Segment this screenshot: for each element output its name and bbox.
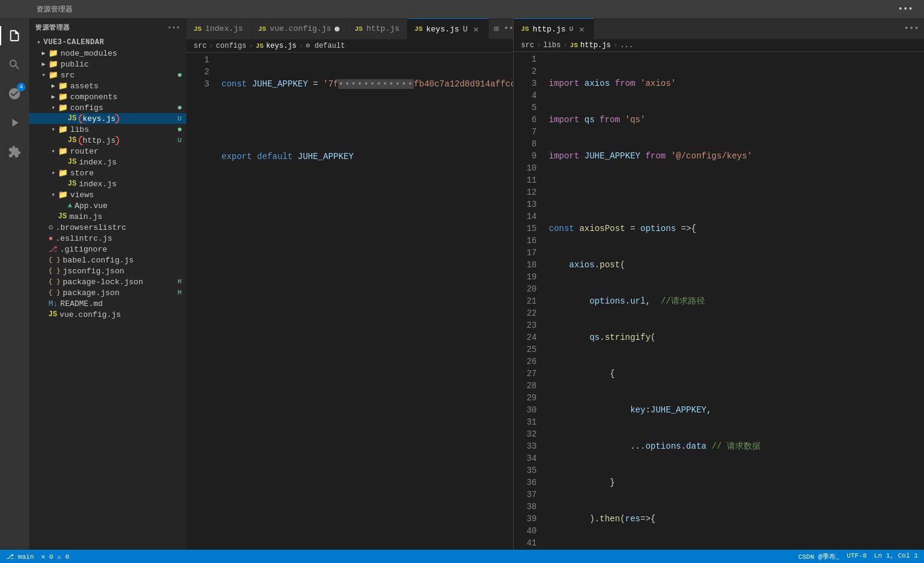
editor-split: JS index.js JS vue.config.js JS http.js … xyxy=(186,18,924,550)
vue-icon: ▲ xyxy=(68,201,72,210)
tree-public[interactable]: ▶ 📁 public xyxy=(29,59,186,70)
status-bar: ⎇ main ✕ 0 ⚠ 0 CSDN @季布_ UTF-8 Ln 1, Col… xyxy=(0,550,924,563)
tab-close-btn[interactable]: ✕ xyxy=(577,24,586,34)
errors-count[interactable]: ✕ 0 ⚠ 0 xyxy=(41,553,69,561)
tab-vue-config-js[interactable]: JS vue.config.js xyxy=(251,18,348,39)
main-layout: 4 资源管理器 ••• ▾ VUE3-CALENDAR ▶ 📁 node_mod… xyxy=(0,18,924,550)
sidebar-more-icon[interactable]: ••• xyxy=(168,24,180,31)
tree-jsconfig[interactable]: ▶ { } jsconfig.json xyxy=(29,265,186,276)
tree-main-js[interactable]: ▶ JS main.js xyxy=(29,211,186,222)
right-code-editor[interactable]: 1 2 3 4 5 6 7 8 9 10 11 12 13 14 xyxy=(514,52,924,550)
folder-icon: 📁 xyxy=(58,103,68,112)
line-col[interactable]: Ln 1, Col 1 xyxy=(874,552,918,561)
tree-eslintrc[interactable]: ▶ ● .eslintrc.js xyxy=(29,233,186,244)
tree-readme[interactable]: ▶ M↓ README.md xyxy=(29,298,186,309)
vue-config-label: vue.config.js xyxy=(59,310,186,319)
app-vue-label: App.vue xyxy=(74,201,186,210)
project-root[interactable]: ▾ VUE3-CALENDAR xyxy=(29,37,186,48)
js-bc-icon: JS xyxy=(570,42,578,49)
left-line-numbers: 1 2 3 xyxy=(186,53,217,550)
tab-dirty-dot xyxy=(335,27,339,31)
left-code-editor[interactable]: 1 2 3 const JUHE_APPKEY = '7f•••••••••••… xyxy=(186,53,513,550)
folder-icon: 📁 xyxy=(58,168,68,178)
editor-area: JS index.js JS vue.config.js JS http.js … xyxy=(186,18,924,550)
http-js-badge: U xyxy=(177,137,182,144)
tab-keys-js[interactable]: JS keys.js U ✕ xyxy=(407,18,489,39)
extensions-activity-icon[interactable] xyxy=(0,137,29,166)
folder-icon: 📁 xyxy=(48,59,58,69)
tab-modified: U xyxy=(463,25,468,34)
js-tab-icon: JS xyxy=(521,25,529,33)
keys-js-label: keys.js xyxy=(79,114,177,123)
tab-close-btn[interactable]: ✕ xyxy=(471,24,481,34)
source-control-activity-icon[interactable]: 4 xyxy=(0,79,29,108)
tree-package-lock[interactable]: ▶ { } package-lock.json M xyxy=(29,276,186,287)
modified-dot xyxy=(178,106,182,109)
md-icon: M↓ xyxy=(48,299,58,308)
tree-package-json[interactable]: ▶ { } package.json M xyxy=(29,287,186,298)
tree-libs[interactable]: ▾ 📁 libs xyxy=(29,124,186,135)
title-bar-more[interactable]: ••• xyxy=(893,4,918,14)
package-json-label: package.json xyxy=(63,288,178,298)
tree-keys-js[interactable]: ▶ JS keys.js U xyxy=(29,113,186,124)
right-tab-bar: JS http.js U ✕ ••• xyxy=(514,18,924,39)
more-icon[interactable]: ••• xyxy=(503,24,513,33)
tab-http-js-left[interactable]: JS http.js xyxy=(347,18,407,39)
bc-keysjs: keys.js xyxy=(266,42,297,50)
search-activity-icon[interactable] xyxy=(0,50,29,79)
assets-label: assets xyxy=(70,82,186,91)
right-code-content: import axios from 'axios' import qs from… xyxy=(544,52,924,550)
modified-dot xyxy=(178,73,182,77)
js-icon: JS xyxy=(68,114,76,123)
tree-router[interactable]: ▾ 📁 router xyxy=(29,146,186,157)
router-index-label: index.js xyxy=(79,158,186,167)
tab-modified-u: U xyxy=(569,25,574,33)
js-icon: JS xyxy=(58,212,67,221)
tree-browserslistrc[interactable]: ▶ ⚙ .browserslistrc xyxy=(29,222,186,233)
tree-assets[interactable]: ▶ 📁 assets xyxy=(29,80,186,91)
tree-babel[interactable]: ▶ { } babel.config.js xyxy=(29,255,186,265)
tab-label: keys.js xyxy=(426,25,459,34)
tree-store-index[interactable]: ▶ JS index.js xyxy=(29,178,186,189)
tree-router-index[interactable]: ▶ JS index.js xyxy=(29,157,186,168)
js-icon: JS xyxy=(48,310,57,319)
modified-dot xyxy=(178,128,182,131)
tree-components[interactable]: ▶ 📁 components xyxy=(29,91,186,102)
router-label: router xyxy=(70,147,186,156)
tab-http-js-right[interactable]: JS http.js U ✕ xyxy=(514,18,594,39)
tree-store[interactable]: ▾ 📁 store xyxy=(29,168,186,178)
debug-activity-icon[interactable] xyxy=(0,108,29,137)
tree-gitignore[interactable]: ▶ ⎇ .gitignore xyxy=(29,244,186,255)
tree-vue-config[interactable]: ▶ JS vue.config.js xyxy=(29,309,186,320)
js-tab-icon: JS xyxy=(194,25,202,33)
tree-src[interactable]: ▾ 📁 src xyxy=(29,70,186,80)
git-icon: ⎇ xyxy=(48,244,57,254)
js-tab-icon: JS xyxy=(355,25,362,33)
more-icon[interactable]: ••• xyxy=(904,24,919,33)
tree-node-modules[interactable]: ▶ 📁 node_modules xyxy=(29,48,186,59)
configs-label: configs xyxy=(70,103,178,112)
tree-configs[interactable]: ▾ 📁 configs xyxy=(29,102,186,113)
babel-icon: { } xyxy=(48,256,61,264)
title-bar-label: 资源管理器 xyxy=(36,4,73,15)
git-branch[interactable]: ⎇ main xyxy=(6,553,34,561)
files-activity-icon[interactable] xyxy=(0,21,29,50)
tree-views[interactable]: ▾ 📁 views xyxy=(29,189,186,200)
sidebar-title: 资源管理器 xyxy=(35,23,70,32)
tree-http-js[interactable]: ▶ JS http.js U xyxy=(29,135,186,146)
tree-app-vue[interactable]: ▶ ▲ App.vue xyxy=(29,200,186,211)
encoding[interactable]: UTF-8 xyxy=(847,552,867,561)
public-label: public xyxy=(61,60,186,69)
sidebar-header: 资源管理器 ••• xyxy=(29,18,186,37)
tab-index-js[interactable]: JS index.js xyxy=(186,18,251,39)
folder-icon: 📁 xyxy=(58,125,68,134)
folder-icon: 📁 xyxy=(58,92,68,102)
http-js-circled: http.js xyxy=(79,136,119,145)
eslint-icon: ● xyxy=(48,234,53,243)
http-js-label: http.js xyxy=(79,136,177,145)
split-icon[interactable]: ⊞ xyxy=(494,24,499,34)
folder-icon: 📁 xyxy=(48,48,58,58)
bc-libs: libs xyxy=(543,41,561,50)
status-right: CSDN @季布_ UTF-8 Ln 1, Col 1 xyxy=(798,552,918,561)
main-js-label: main.js xyxy=(69,212,186,221)
